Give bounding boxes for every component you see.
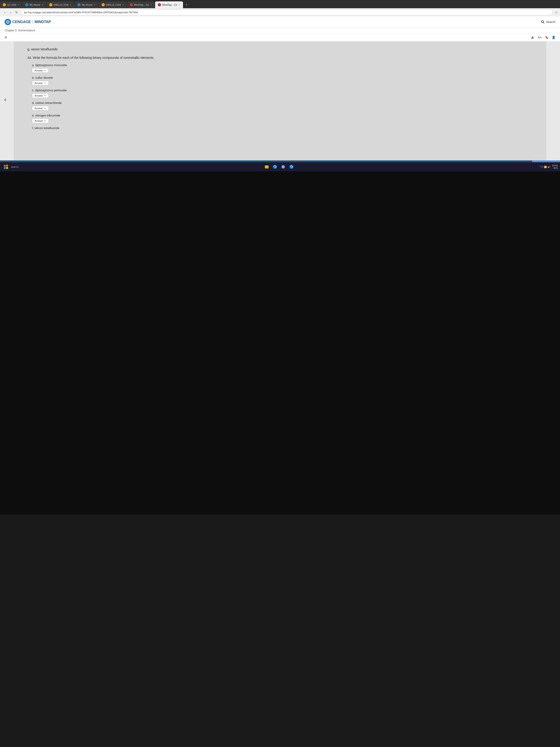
tab-2-icon bbox=[25, 3, 28, 6]
cengage-header: CENGAGE | MINDTAP Search bbox=[0, 17, 560, 27]
main-content: ‹ g. xenon tetrafluoride 44. Write the f… bbox=[0, 42, 560, 162]
answer-arrow-d: ▼ bbox=[44, 107, 46, 110]
tab-4-icon bbox=[77, 3, 81, 6]
breadcrumb: Chapter 5: Nomenclature bbox=[0, 27, 560, 34]
taskbar-time-text: 10:42 bbox=[552, 164, 558, 167]
start-button[interactable] bbox=[2, 163, 9, 171]
svg-point-15 bbox=[289, 165, 293, 169]
tab-5-close[interactable]: × bbox=[122, 3, 124, 6]
progress-fill bbox=[0, 160, 532, 162]
answer-button-e[interactable]: Answer ▼ bbox=[32, 119, 49, 123]
taskbar: search bbox=[0, 162, 560, 172]
tab-5-icon bbox=[102, 3, 105, 6]
audio-icon[interactable]: 🔊 bbox=[531, 36, 535, 39]
taskbar-app-edge[interactable] bbox=[271, 163, 278, 171]
answer-btn-a-text: Answer bbox=[34, 69, 43, 72]
taskbar-app-edge2[interactable] bbox=[288, 163, 295, 171]
sub-question-a: a. diphosphorus monoxide Answer ▼ bbox=[27, 63, 533, 73]
font-size-button[interactable]: AA bbox=[538, 36, 542, 39]
bookmark-icon[interactable]: 🔖 bbox=[545, 36, 549, 39]
content-card: g. xenon tetrafluoride 44. Write the for… bbox=[14, 42, 546, 160]
tab-7-close[interactable]: × bbox=[179, 3, 180, 6]
progress-bar[interactable] bbox=[0, 160, 560, 162]
browser-toolbar-icons: ☆ bbox=[555, 10, 558, 15]
breadcrumb-text: Chapter 5: Nomenclature bbox=[5, 29, 35, 32]
forward-button[interactable]: › bbox=[8, 10, 13, 15]
answer-btn-e-text: Answer bbox=[34, 120, 43, 122]
cengage-icon-svg bbox=[6, 20, 9, 24]
cengage-logo-icon bbox=[5, 19, 11, 25]
tab-5-label: OWLv2 | Onli bbox=[106, 3, 121, 6]
tab-2-close[interactable]: × bbox=[42, 3, 43, 6]
sub-question-c: c. diphosphorus pentoxide Answer ▼ bbox=[27, 88, 533, 98]
address-bar: ‹ › ↻ tps://ng.cengage.com/static/nb/ui/… bbox=[0, 8, 560, 17]
taskbar-app-cortana[interactable] bbox=[279, 163, 287, 171]
taskbar-app-explorer[interactable] bbox=[263, 163, 270, 171]
tab-1-icon bbox=[3, 3, 6, 6]
url-text: tps://ng.cengage.com/static/nb/ui/evo/in… bbox=[24, 11, 138, 14]
search-button[interactable]: Search bbox=[541, 20, 555, 24]
new-tab-button[interactable]: + bbox=[184, 2, 190, 8]
tab-bar: v2 | Onli × My Home × OWLv2 | Onli × My … bbox=[0, 0, 560, 8]
sub-question-e: e. nitrogen tribromide Answer ▼ bbox=[27, 114, 533, 123]
taskbar-clock: 10:42 3/16 bbox=[552, 164, 558, 169]
tab-1-close[interactable]: × bbox=[18, 3, 19, 6]
reload-button[interactable]: ↻ bbox=[14, 10, 19, 15]
tab-3-close[interactable]: × bbox=[70, 3, 71, 6]
account-icon[interactable]: 👤 bbox=[552, 36, 555, 39]
svg-rect-5 bbox=[6, 165, 8, 166]
hamburger-menu-icon[interactable]: ≡ bbox=[5, 35, 7, 40]
back-button[interactable]: ‹ bbox=[2, 10, 7, 15]
answer-button-d[interactable]: Answer ▼ bbox=[32, 106, 49, 110]
question-body-text: Write the formula for each of the follow… bbox=[33, 56, 154, 59]
sub-question-b: b. sulfur dioxide Answer ▼ bbox=[27, 76, 533, 85]
sub-label-d: d. carbon tetrachloride bbox=[32, 101, 533, 105]
tab-1[interactable]: v2 | Onli × bbox=[0, 1, 22, 8]
tab-4[interactable]: My Home × bbox=[75, 1, 98, 8]
svg-rect-4 bbox=[4, 165, 6, 166]
dark-background bbox=[0, 172, 560, 515]
answer-button-b[interactable]: Answer ▼ bbox=[32, 81, 49, 85]
answer-arrow-b: ▼ bbox=[44, 82, 46, 84]
tab-4-label: My Home bbox=[82, 3, 92, 6]
svg-rect-7 bbox=[6, 167, 8, 169]
question-44-text: 44. Write the formula for each of the fo… bbox=[27, 55, 533, 60]
sub-question-d: d. carbon tetrachloride Answer ▼ bbox=[27, 101, 533, 110]
answer-arrow-a: ▼ bbox=[44, 69, 46, 72]
answer-btn-d-text: Answer bbox=[34, 107, 43, 110]
tab-2[interactable]: My Home × bbox=[22, 1, 46, 8]
url-bar[interactable]: tps://ng.cengage.com/static/nb/ui/evo/in… bbox=[21, 9, 553, 15]
tab-2-label: My Home bbox=[29, 3, 40, 6]
tab-3[interactable]: OWLv2 | Onli × bbox=[47, 1, 74, 8]
tab-6-label: MindTap - Ce bbox=[134, 3, 149, 6]
answer-button-a[interactable]: Answer ▼ bbox=[32, 68, 49, 73]
sub-label-e: e. nitrogen tribromide bbox=[32, 114, 533, 117]
tab-6-close[interactable]: × bbox=[150, 3, 152, 6]
svg-point-2 bbox=[541, 21, 543, 23]
tab-7-icon bbox=[158, 3, 161, 6]
mindtap-text: MINDTAP bbox=[34, 20, 51, 24]
tab-4-close[interactable]: × bbox=[94, 3, 96, 6]
tab-6[interactable]: MindTap - Ce × bbox=[127, 1, 155, 8]
tab-5[interactable]: OWLv2 | Onli × bbox=[99, 1, 127, 8]
star-icon[interactable]: ☆ bbox=[555, 10, 558, 15]
svg-line-3 bbox=[543, 22, 544, 23]
answer-arrow-c: ▼ bbox=[44, 95, 46, 97]
svg-point-14 bbox=[283, 166, 284, 167]
sub-label-b: b. sulfur dioxide bbox=[32, 76, 533, 79]
answer-arrow-e: ▼ bbox=[44, 120, 46, 122]
taskbar-date-text: 3/16 bbox=[552, 167, 558, 169]
answer-btn-b-text: Answer bbox=[34, 82, 43, 84]
windows-icon bbox=[4, 165, 8, 169]
cengage-text: CENGAGE bbox=[12, 20, 31, 24]
sub-label-c: c. diphosphorus pentoxide bbox=[32, 88, 533, 92]
tab-7[interactable]: MindTap - Ce × bbox=[155, 1, 183, 8]
taskbar-search-text: search bbox=[11, 165, 19, 168]
taskbar-search-label[interactable]: search bbox=[11, 165, 19, 168]
answer-button-c[interactable]: Answer ▼ bbox=[32, 93, 49, 98]
back-arrow-button[interactable]: ‹ bbox=[4, 96, 6, 103]
answer-btn-c-text: Answer bbox=[34, 94, 43, 97]
cengage-logo: CENGAGE | MINDTAP bbox=[5, 19, 51, 25]
taskbar-icons: ^ ☐ 📶 🔊 bbox=[540, 166, 550, 168]
search-label: Search bbox=[546, 20, 555, 24]
